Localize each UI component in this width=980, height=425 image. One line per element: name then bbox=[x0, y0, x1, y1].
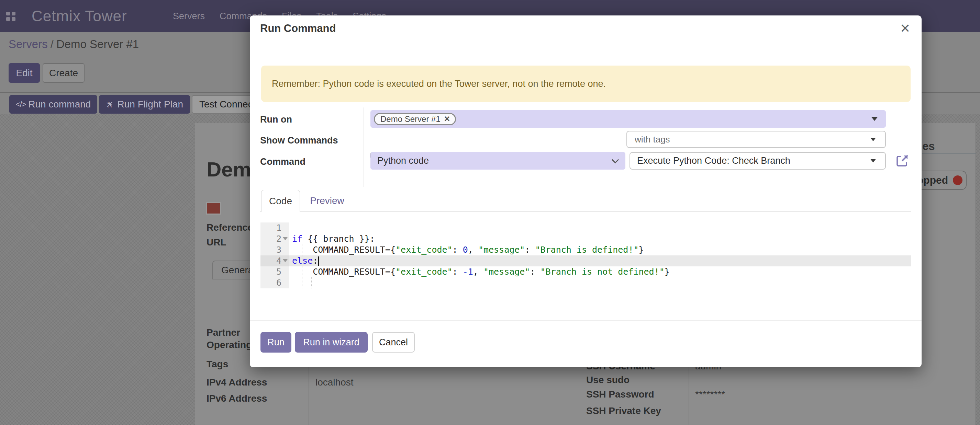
field-label: SSH Private Key bbox=[586, 406, 661, 416]
create-button[interactable]: Create bbox=[43, 63, 84, 83]
form-label-rule bbox=[364, 108, 364, 187]
code-line-3[interactable]: 3 COMMAND_RESULT={"exit_code": 0, "messa… bbox=[260, 244, 911, 255]
field-label: Tags bbox=[207, 359, 228, 370]
code-text: else: bbox=[292, 255, 319, 266]
command-type-value: Python code bbox=[377, 155, 429, 166]
code-line-2[interactable]: 2if {{ branch }}: bbox=[260, 233, 911, 244]
field-label: IPv4 Address bbox=[207, 377, 267, 388]
command-label: Command bbox=[260, 157, 305, 167]
run-in-wizard-button[interactable]: Run in wizard bbox=[295, 332, 368, 352]
code-line-4[interactable]: 4else: bbox=[260, 255, 911, 266]
run-on-label: Run on bbox=[260, 114, 292, 125]
tab-preview[interactable]: Preview bbox=[305, 190, 350, 212]
tab-code[interactable]: Code bbox=[261, 190, 300, 212]
side-panel-partial-title: es bbox=[922, 140, 935, 153]
line-number: 6 bbox=[260, 278, 282, 289]
run-button[interactable]: Run bbox=[261, 332, 291, 352]
code-line-5[interactable]: 5 COMMAND_RESULT={"exit_code": -1, "mess… bbox=[260, 266, 911, 278]
apps-grid-icon[interactable] bbox=[6, 12, 16, 21]
close-icon[interactable]: × bbox=[900, 18, 910, 38]
code-icon: </> bbox=[16, 100, 26, 109]
dropdown-caret-icon bbox=[872, 117, 878, 121]
field-value: ******** bbox=[695, 389, 725, 400]
modal-title: Run Command bbox=[260, 22, 336, 35]
breadcrumb-current: Demo Server #1 bbox=[56, 38, 139, 51]
server-chip-label: Demo Server #1 bbox=[380, 114, 441, 124]
status-dot bbox=[953, 175, 963, 185]
breadcrumb-servers-link[interactable]: Servers bbox=[9, 38, 48, 51]
line-number: 5 bbox=[260, 266, 282, 278]
remove-tag-icon[interactable]: ✕ bbox=[444, 115, 450, 124]
plane-icon: ✈ bbox=[103, 97, 117, 111]
nav-item-servers[interactable]: Servers bbox=[173, 11, 205, 22]
field-divider-right bbox=[689, 359, 689, 425]
edit-button[interactable]: Edit bbox=[9, 63, 40, 83]
code-editor[interactable]: 12if {{ branch }}:3 COMMAND_RESULT={"exi… bbox=[260, 222, 911, 300]
field-label: SSH Password bbox=[586, 389, 654, 400]
text-cursor bbox=[318, 257, 319, 266]
code-text: if {{ branch }}: bbox=[292, 233, 375, 244]
alert-text: Remember: Python code is executed on the… bbox=[272, 79, 606, 89]
command-select[interactable]: Execute Python Code: Check Branch bbox=[630, 152, 886, 170]
brand-title[interactable]: Cetmix Tower bbox=[32, 8, 127, 25]
breadcrumb: Servers/Demo Server #1 bbox=[9, 38, 139, 51]
show-commands-label: Show Commands bbox=[260, 135, 338, 146]
run-on-select[interactable]: Demo Server #1 ✕ bbox=[371, 110, 886, 128]
field-label: Use sudo bbox=[586, 374, 630, 385]
fold-caret-icon[interactable] bbox=[283, 237, 288, 240]
code-line-1[interactable]: 1 bbox=[260, 222, 911, 233]
line-number: 1 bbox=[260, 222, 282, 233]
run-flight-plan-button[interactable]: ✈ Run Flight Plan bbox=[99, 95, 190, 114]
side-panel-header-line bbox=[922, 154, 976, 154]
with-tags-select[interactable]: with tags bbox=[627, 131, 886, 148]
code-text: COMMAND_RESULT={"exit_code": 0, "message… bbox=[292, 244, 644, 255]
run-command-button[interactable]: </> Run command bbox=[9, 95, 97, 114]
field-value: localhost bbox=[315, 377, 353, 388]
reference-label: Reference bbox=[207, 222, 253, 233]
field-label: Partner bbox=[207, 327, 240, 338]
color-swatch[interactable] bbox=[206, 202, 221, 214]
python-warning-alert: Remember: Python code is executed on the… bbox=[261, 65, 911, 102]
url-label: URL bbox=[207, 237, 226, 248]
cancel-button[interactable]: Cancel bbox=[372, 332, 415, 352]
dropdown-caret-icon bbox=[870, 138, 875, 141]
server-chip: Demo Server #1 ✕ bbox=[374, 113, 456, 125]
with-tags-placeholder: with tags bbox=[635, 134, 670, 145]
breadcrumb-separator: / bbox=[48, 38, 56, 51]
modal-header-divider bbox=[250, 43, 921, 43]
code-text: COMMAND_RESULT={"exit_code": -1, "messag… bbox=[292, 266, 670, 278]
tab-bar-line bbox=[260, 211, 911, 212]
external-link-icon[interactable] bbox=[896, 154, 909, 168]
run-command-modal: Run Command × Remember: Python code is e… bbox=[250, 16, 921, 367]
command-value: Execute Python Code: Check Branch bbox=[637, 155, 790, 166]
code-line-6[interactable]: 6 bbox=[260, 278, 911, 289]
fold-caret-icon[interactable] bbox=[283, 259, 288, 262]
line-number: 4 bbox=[260, 255, 282, 266]
line-number: 3 bbox=[260, 244, 282, 255]
field-label: IPv6 Address bbox=[207, 393, 267, 404]
command-type-select[interactable]: Python code bbox=[371, 152, 625, 170]
line-number: 2 bbox=[260, 233, 282, 244]
chevron-down-icon bbox=[612, 156, 619, 163]
dropdown-caret-icon bbox=[870, 159, 875, 162]
